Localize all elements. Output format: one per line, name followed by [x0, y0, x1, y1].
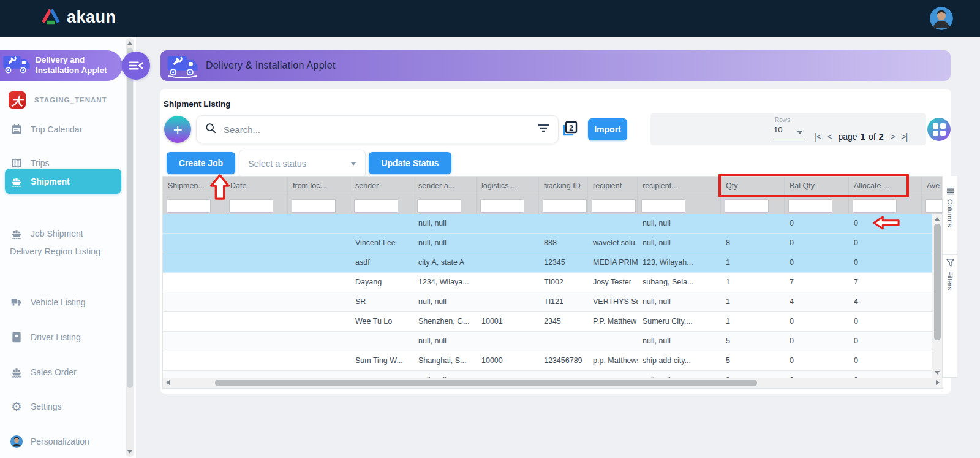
scroll-up-icon[interactable]: [127, 41, 132, 45]
table-cell: 0: [849, 214, 922, 233]
scroll-right-icon[interactable]: [936, 380, 940, 385]
status-select[interactable]: Select a status: [239, 150, 366, 178]
sidebar-item-personalization[interactable]: Personalization: [5, 432, 121, 451]
table-cell: 1: [721, 292, 785, 311]
search-input[interactable]: [222, 124, 537, 135]
filter-lines-icon[interactable]: [537, 123, 549, 135]
prev-page-button[interactable]: <: [827, 131, 832, 142]
column-header[interactable]: sender a...: [413, 177, 477, 196]
add-button[interactable]: +: [164, 116, 191, 143]
sidebar-item-shipment[interactable]: Shipment: [5, 169, 121, 194]
chevron-down-icon: [350, 162, 356, 166]
table-row[interactable]: null, nullnull, null00: [163, 214, 932, 234]
table-cell: [539, 332, 588, 351]
sidebar-item-settings[interactable]: ⚙Settings: [5, 397, 121, 416]
column-header[interactable]: tracking ID: [539, 177, 588, 196]
column-header[interactable]: Bal Qty: [785, 177, 849, 196]
column-filter-input[interactable]: [480, 199, 524, 213]
scroll-left-icon[interactable]: [166, 380, 170, 385]
column-filter-input[interactable]: [592, 199, 636, 213]
sidebar-collapse-button[interactable]: [122, 52, 150, 80]
column-filter-input[interactable]: [543, 199, 587, 213]
rows-per-page-select[interactable]: 10: [774, 125, 804, 140]
column-filter-input[interactable]: [641, 199, 685, 213]
table-horizontal-scrollbar[interactable]: [163, 378, 943, 388]
column-filter-input[interactable]: [292, 199, 336, 213]
vertical-scrollbar-thumb[interactable]: [934, 224, 941, 340]
column-header[interactable]: Date: [225, 177, 288, 196]
table-cell: [922, 332, 932, 351]
table-cell: [477, 292, 539, 311]
pages-count-icon[interactable]: 2: [561, 120, 578, 140]
column-header[interactable]: recipient: [588, 177, 638, 196]
sidebar-item-vehicle-listing[interactable]: Vehicle Listing: [5, 293, 121, 311]
sidebar-item-trip-calendar[interactable]: Trip Calendar: [5, 120, 121, 139]
table-cell: wavelet solu...: [588, 234, 638, 253]
column-header[interactable]: Ave U...: [922, 177, 943, 196]
sidebar-item-delivery-region-listing[interactable]: Delivery Region Listing: [5, 242, 121, 261]
column-filter-input[interactable]: [167, 199, 211, 213]
column-filter-input[interactable]: [725, 199, 769, 213]
horizontal-scrollbar-thumb[interactable]: [215, 380, 757, 386]
table-cell: [288, 273, 350, 292]
table-row[interactable]: Vincent Leenull, null888wavelet solu...n…: [163, 234, 932, 253]
tenant-row[interactable]: 大 STAGING_TENANT: [9, 91, 107, 109]
column-header[interactable]: Shipmen...: [163, 177, 225, 196]
table-row[interactable]: Sum Ting W...Shanghai, S...1000012345678…: [163, 351, 932, 371]
page-indicator: page1 of2: [838, 131, 884, 142]
create-job-button[interactable]: Create Job: [167, 152, 235, 174]
tab-filters[interactable]: Filters: [943, 254, 957, 314]
section-title: Shipment Listing: [164, 99, 231, 109]
table-row[interactable]: asdfcity A, state A12345MEDIA PRIMA123, …: [163, 253, 932, 273]
column-filter-input[interactable]: [229, 199, 273, 213]
update-status-button[interactable]: Update Status: [369, 152, 451, 174]
scroll-up-icon[interactable]: [935, 217, 940, 221]
sidebar-item-job-shipment[interactable]: Job Shipment: [5, 224, 121, 243]
sidebar-item-sales-order[interactable]: Sales Order: [5, 363, 121, 381]
table-cell: Shenzhen, G...: [413, 312, 477, 331]
column-header[interactable]: Allocate ...: [849, 177, 922, 196]
tenant-name: STAGING_TENANT: [34, 96, 107, 104]
table-cell: [477, 253, 539, 272]
scroll-down-icon[interactable]: [935, 371, 940, 375]
table-cell: null, null: [413, 332, 477, 351]
first-page-button[interactable]: |<: [815, 131, 821, 142]
column-filter-input[interactable]: [354, 199, 398, 213]
sidebar-scrollbar-thumb[interactable]: [127, 48, 133, 388]
sidebar-item-driver-listing[interactable]: Driver Listing: [5, 328, 121, 346]
map-icon: [10, 156, 23, 170]
scroll-down-icon[interactable]: [127, 450, 132, 454]
tab-columns[interactable]: Columns: [943, 183, 957, 248]
sidebar-scrollbar[interactable]: [126, 38, 134, 457]
table-cell: 0: [785, 332, 849, 351]
column-filter-input[interactable]: [417, 199, 461, 213]
table-row[interactable]: null, nullnull, null300: [163, 371, 932, 378]
column-header[interactable]: Qty: [721, 177, 785, 196]
column-header[interactable]: sender: [350, 177, 413, 196]
table-row[interactable]: Dayang1234, Wilaya...TI002Josy Testersub…: [163, 273, 932, 292]
column-header[interactable]: logistics ...: [477, 177, 539, 196]
view-grid-button[interactable]: [927, 118, 951, 141]
table-cell: [922, 234, 932, 253]
table-cell: 5: [721, 351, 785, 370]
table-cell: [922, 312, 932, 331]
column-filter-input[interactable]: [853, 199, 897, 213]
column-header[interactable]: recipient...: [638, 177, 721, 196]
column-header[interactable]: from loc...: [288, 177, 350, 196]
calendar-icon: [10, 123, 23, 136]
next-page-button[interactable]: >: [890, 131, 895, 142]
column-filter-input[interactable]: [788, 199, 832, 213]
table-cell: 0: [849, 234, 922, 253]
column-filter-input[interactable]: [925, 199, 943, 213]
table-cell: [163, 253, 225, 272]
sidebar-applet-header[interactable]: Delivery andInstallation Applet: [0, 50, 123, 81]
table-row[interactable]: Wee Tu LoShenzhen, G...100012345P.P. Mat…: [163, 312, 932, 332]
table-row[interactable]: SRnull, nullTI121VERTHYS Sd...null, null…: [163, 292, 932, 312]
import-button[interactable]: Import: [588, 118, 627, 140]
table-row[interactable]: null, nullnull, null500: [163, 332, 932, 351]
user-avatar-button[interactable]: [930, 7, 953, 30]
table-cell: [225, 214, 288, 233]
table-cell: 3: [721, 371, 785, 378]
table-vertical-scrollbar[interactable]: [932, 214, 943, 378]
last-page-button[interactable]: >|: [901, 131, 908, 142]
